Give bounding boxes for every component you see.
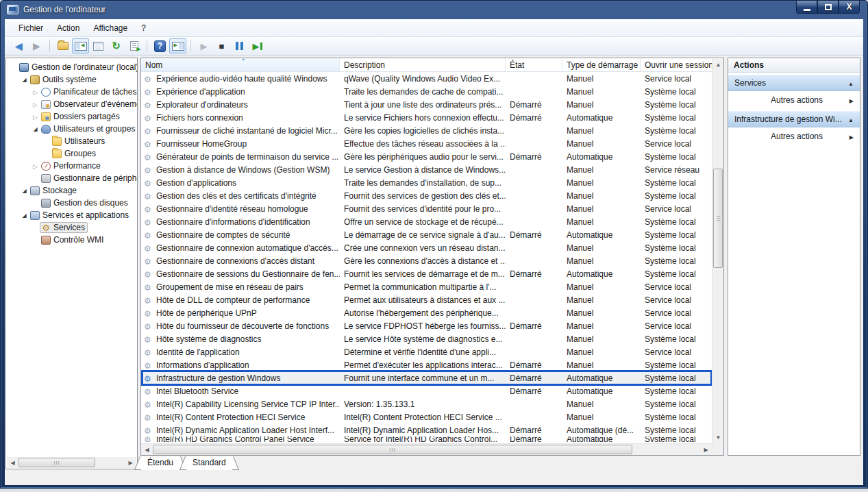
tree-item-utilisateurs-et-groupes-l[interactable]: Utilisateurs et groupes l — [6, 123, 137, 135]
action-item-autres-actions[interactable]: Autres actions — [728, 127, 860, 145]
tree-hscroll-thumb[interactable]: III — [18, 458, 95, 467]
table-row[interactable]: Intel(R) Capability Licensing Service TC… — [141, 397, 712, 410]
resume-service-button[interactable] — [249, 38, 266, 53]
tree-item-planificateur-de-taches[interactable]: Planificateur de tâches — [6, 86, 137, 98]
menu-action[interactable]: Action — [50, 21, 86, 36]
table-row[interactable]: Hôte système de diagnosticsLe service Hô… — [141, 332, 712, 345]
pause-service-button[interactable] — [231, 38, 248, 53]
table-row[interactable]: Groupement de mise en réseau de pairsPer… — [141, 280, 712, 293]
scroll-down-icon[interactable]: ▼ — [712, 432, 724, 443]
action-pane-button[interactable] — [169, 38, 186, 53]
table-row[interactable]: Infrastructure de gestion WindowsFournit… — [141, 371, 712, 384]
menu-fichier[interactable]: Fichier — [12, 21, 50, 36]
table-row[interactable]: Intel(R) Content Protection HECI Service… — [141, 410, 712, 423]
list-cell: Manuel — [562, 256, 641, 266]
console-tree-button[interactable] — [72, 38, 89, 53]
export-folder-button[interactable] — [54, 38, 71, 53]
help-button[interactable] — [151, 38, 169, 53]
scroll-left-icon[interactable]: ◀ — [141, 444, 153, 455]
menu-affichage[interactable]: Affichage — [86, 21, 134, 36]
scroll-right-icon[interactable]: ▶ — [700, 444, 712, 455]
minimize-button[interactable] — [796, 1, 817, 14]
list-horizontal-scrollbar[interactable]: ◀ III ▶ — [141, 443, 712, 455]
table-row[interactable]: Fichiers hors connexionLe service Fichie… — [141, 111, 712, 124]
expander-icon[interactable] — [31, 123, 40, 135]
tree-item-groupes[interactable]: Groupes — [6, 147, 137, 160]
table-row[interactable]: Hôte de DLL de compteur de performancePe… — [141, 293, 712, 306]
table-row[interactable]: Hôte du fournisseur de découverte de fon… — [141, 319, 712, 332]
refresh-button[interactable] — [108, 38, 125, 53]
table-row[interactable]: Informations d'applicationPermet d'exécu… — [141, 358, 712, 371]
tree-item-utilisateurs[interactable]: Utilisateurs — [6, 135, 137, 147]
tab-standard[interactable]: Standard — [186, 456, 233, 470]
tree-item-services[interactable]: Services — [6, 221, 137, 234]
service-gear-icon — [144, 179, 151, 188]
table-row[interactable]: Fournisseur de cliché instantané de logi… — [141, 124, 712, 137]
performance-icon — [41, 162, 51, 171]
tree-item-stockage[interactable]: Stockage — [6, 184, 137, 197]
table-row[interactable]: Gestionnaire de connexions d'accès dista… — [141, 254, 712, 267]
action-item-autres-actions[interactable]: Autres actions — [728, 91, 860, 109]
menu-item[interactable]: ? — [134, 21, 153, 36]
action-section-infrastructure-de-gestion-wi[interactable]: Infrastructure de gestion Wi... — [728, 111, 860, 127]
table-row[interactable]: Générateur de points de terminaison du s… — [141, 150, 712, 163]
cell-text: Service local — [645, 321, 691, 331]
scroll-right-icon[interactable]: ▶ — [125, 457, 136, 468]
table-row[interactable]: Intel(R) HD Graphics Control Panel Servi… — [141, 436, 712, 442]
expander-icon[interactable] — [20, 73, 29, 86]
stop-service-button[interactable] — [213, 38, 230, 53]
forward-button[interactable] — [28, 38, 45, 53]
title-bar[interactable]: Gestion de l'ordinateur X — [0, 0, 868, 19]
table-row[interactable]: Gestionnaire d'informations d'identifica… — [141, 215, 712, 228]
action-section-services[interactable]: Services — [728, 75, 860, 91]
table-row[interactable]: Gestionnaire d'identité réseau homologue… — [141, 202, 712, 215]
start-service-button[interactable] — [195, 38, 212, 53]
table-row[interactable]: Intel(R) Dynamic Application Loader Host… — [141, 423, 712, 436]
close-button[interactable]: X — [839, 1, 860, 14]
table-row[interactable]: Gestionnaire de connexion automatique d'… — [141, 241, 712, 254]
tree-item-outils-systeme[interactable]: Outils système — [6, 73, 137, 86]
table-row[interactable]: Gestionnaire de sessions du Gestionnaire… — [141, 267, 712, 280]
table-row[interactable]: Explorateur d'ordinateursTient à jour un… — [141, 98, 712, 111]
table-row[interactable]: Gestion d'applicationsTraite les demande… — [141, 176, 712, 189]
back-button[interactable] — [10, 38, 27, 53]
tree-item-gestion-des-disques[interactable]: Gestion des disques — [6, 197, 137, 209]
table-row[interactable]: Gestion des clés et des certificats d'in… — [141, 189, 712, 202]
table-row[interactable]: Gestionnaire de comptes de sécuritéLe dé… — [141, 228, 712, 241]
column-header-etat[interactable]: État — [506, 58, 562, 71]
tree-item-gestionnaire-de-periphe[interactable]: Gestionnaire de périphé — [6, 172, 137, 184]
maximize-button[interactable] — [817, 1, 839, 14]
tree-item-performance[interactable]: Performance — [6, 160, 137, 172]
properties-button[interactable] — [90, 38, 107, 53]
expander-icon[interactable] — [20, 209, 29, 221]
export-list-button[interactable] — [125, 38, 142, 53]
expander-icon[interactable] — [31, 98, 40, 110]
column-header-ouvrir-une-session-e[interactable]: Ouvrir une session e — [641, 58, 713, 71]
tree-item-dossiers-partages[interactable]: Dossiers partagés — [6, 110, 137, 123]
table-row[interactable]: Hôte de périphérique UPnPAutorise l'hébe… — [141, 306, 712, 319]
table-row[interactable]: Fournisseur HomeGroupEffectue des tâches… — [141, 137, 712, 150]
tab-etendu[interactable]: Étendu — [140, 456, 180, 470]
scroll-up-icon[interactable]: ▲ — [712, 59, 724, 71]
tree-item-observateur-d-eveneme[interactable]: Observateur d'événeme — [6, 98, 137, 110]
table-row[interactable]: Expérience audio-vidéo haute qualité Win… — [141, 72, 712, 85]
tree-horizontal-scrollbar[interactable]: ◀ III ▶ — [7, 457, 136, 468]
column-header-nom[interactable]: Nom — [141, 58, 340, 71]
expander-icon[interactable] — [20, 184, 29, 197]
tree-item-gestion-de-l-ordinateur-local[interactable]: Gestion de l'ordinateur (local) — [6, 61, 137, 73]
column-header-description[interactable]: Description — [340, 58, 506, 71]
column-header-type-de-demarrage[interactable]: Type de démarrage — [562, 58, 641, 71]
scroll-left-icon[interactable]: ◀ — [7, 457, 18, 468]
list-vertical-scrollbar[interactable]: ▲ III ▼ — [712, 59, 723, 443]
tree-item-controle-wmi[interactable]: Contrôle WMI — [6, 234, 137, 246]
tree-item-services-et-applications[interactable]: Services et applications — [6, 209, 137, 221]
expander-icon[interactable] — [31, 110, 40, 123]
list-hscroll-thumb[interactable]: III — [153, 445, 632, 454]
expander-icon[interactable] — [31, 160, 40, 172]
table-row[interactable]: Expérience d'applicationTraite les deman… — [141, 85, 712, 98]
table-row[interactable]: Gestion à distance de Windows (Gestion W… — [141, 163, 712, 176]
list-vscroll-thumb[interactable]: III — [713, 169, 723, 268]
table-row[interactable]: Intel Bluetooth ServiceDémarréAutomatiqu… — [141, 384, 712, 397]
expander-icon[interactable] — [31, 86, 40, 98]
table-row[interactable]: Identité de l'applicationDétermine et vé… — [141, 345, 712, 358]
